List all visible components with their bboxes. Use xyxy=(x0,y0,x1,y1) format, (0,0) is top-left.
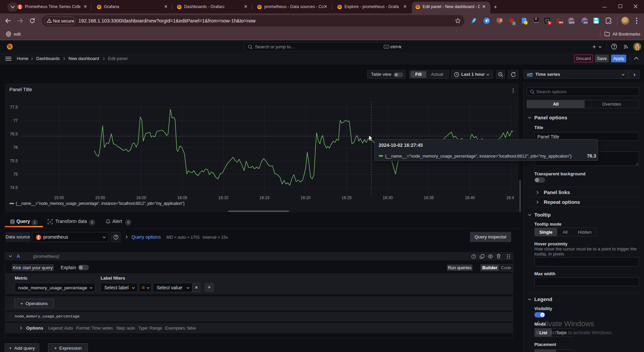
svg-text:77.5: 77.5 xyxy=(10,105,18,110)
svg-text:16:4: 16:4 xyxy=(506,195,514,200)
svg-text:76.5: 76.5 xyxy=(10,132,18,136)
svg-text:16:25: 16:25 xyxy=(341,195,352,200)
svg-text:16:00: 16:00 xyxy=(136,195,146,200)
svg-text:16:10: 16:10 xyxy=(218,195,228,200)
svg-text:74.5: 74.5 xyxy=(10,185,18,190)
svg-text:75: 75 xyxy=(13,172,18,177)
svg-text:16:35: 16:35 xyxy=(424,195,434,200)
svg-text:77: 77 xyxy=(13,118,18,123)
svg-text:16:20: 16:20 xyxy=(301,195,311,200)
svg-text:76: 76 xyxy=(13,145,18,150)
svg-text:16:15: 16:15 xyxy=(259,195,269,200)
svg-text:15:55: 15:55 xyxy=(95,195,105,200)
svg-text:16:40: 16:40 xyxy=(465,195,475,200)
svg-text:15:50: 15:50 xyxy=(54,195,64,200)
svg-text:75.5: 75.5 xyxy=(10,159,18,163)
svg-text:16:30: 16:30 xyxy=(383,195,393,200)
svg-text:16:05: 16:05 xyxy=(177,195,187,200)
